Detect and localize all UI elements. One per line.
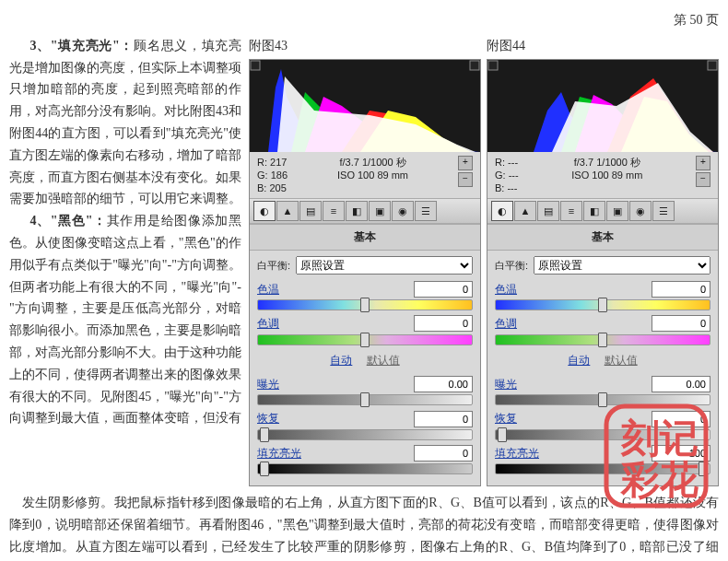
tab-calib-icon[interactable]: ◉: [629, 201, 652, 221]
recovery-label-43: 恢复: [257, 409, 279, 427]
temp-value-44[interactable]: [652, 281, 710, 298]
basic-section-title-44: 基本: [487, 224, 718, 250]
fill-label-44: 填充亮光: [495, 444, 539, 462]
acr-panel-44: R: --- G: --- B: --- f/3.7 1/1000 秒 ISO …: [487, 59, 719, 487]
exposure-label-43: 曝光: [257, 375, 279, 393]
tint-slider-44[interactable]: [495, 334, 710, 345]
fill-value-44[interactable]: [652, 445, 710, 462]
fill-slider-43[interactable]: [257, 463, 473, 474]
acr-panel-43: R: 217 G: 186 B: 205 f/3.7 1/1000 秒 ISO …: [249, 59, 481, 487]
wb-label-44: 白平衡:: [495, 257, 528, 275]
fill-slider-44[interactable]: [495, 463, 710, 474]
histogram-44: [487, 60, 718, 152]
wb-label-43: 白平衡:: [257, 257, 290, 275]
svg-marker-13: [552, 83, 713, 152]
tab-detail-icon[interactable]: ▤: [537, 201, 559, 221]
exposure-slider-44[interactable]: [495, 394, 710, 405]
acr-tab-bar-44: ◐ ▲ ▤ ≡ ◧ ▣ ◉ ☰: [487, 198, 718, 224]
recovery-label-44: 恢复: [495, 409, 517, 427]
tab-preset-icon[interactable]: ☰: [415, 201, 437, 221]
tint-value-43[interactable]: [414, 315, 473, 332]
histogram-43: [250, 60, 480, 152]
bottom-paragraph: 发生阴影修剪。我把鼠标指针移到图像最暗的右上角，从直方图下面的R、G、B值可以看…: [9, 492, 719, 561]
temp-value-43[interactable]: [414, 281, 473, 298]
recovery-value-44[interactable]: [652, 411, 710, 427]
svg-rect-6: [251, 61, 260, 70]
svg-rect-7: [470, 61, 479, 70]
item-number-4: 4、: [29, 214, 50, 228]
tab-calib-icon[interactable]: ◉: [392, 201, 414, 221]
tab-hsl-icon[interactable]: ≡: [560, 201, 582, 221]
wb-dropdown-44[interactable]: 原照设置: [534, 256, 710, 275]
figure43-label: 附图43: [249, 35, 481, 57]
tint-label-44: 色调: [495, 314, 517, 333]
recovery-value-43[interactable]: [414, 411, 473, 427]
histogram-meta-44: R: --- G: --- B: --- f/3.7 1/1000 秒 ISO …: [487, 152, 718, 199]
exposure-value-44[interactable]: [652, 376, 710, 392]
item-title-fill-light: "填充亮光"：: [51, 39, 134, 53]
rgb-r-43: R: 217: [257, 156, 288, 169]
item-title-black: "黑色"：: [51, 214, 107, 228]
exposure-slider-43[interactable]: [257, 394, 473, 405]
rgb-r-44: R: ---: [495, 156, 519, 169]
temp-label-44: 色温: [495, 280, 517, 298]
exif-line2-43: ISO 100 89 mm: [288, 169, 458, 181]
temp-label-43: 色温: [257, 280, 279, 298]
auto-link-44[interactable]: 自动: [568, 354, 590, 367]
acr-tab-bar-43: ◐ ▲ ▤ ≡ ◧ ▣ ◉ ☰: [250, 198, 480, 224]
temp-slider-43[interactable]: [257, 299, 473, 310]
recovery-slider-43[interactable]: [257, 429, 473, 440]
default-link-43[interactable]: 默认值: [367, 354, 400, 367]
wb-dropdown-43[interactable]: 原照设置: [296, 256, 473, 275]
rgb-g-43: G: 186: [257, 169, 288, 181]
page-number: 第 50 页: [9, 9, 719, 31]
exif-line1-44: f/3.7 1/1000 秒: [519, 156, 696, 169]
exif-line2-44: ISO 100 89 mm: [519, 169, 696, 181]
para1-body: 顾名思义，填充亮光是增加图像的亮度，但实际上本调整项只增加暗部的亮度，起到照亮暗…: [9, 39, 241, 206]
left-column-text: 3、"填充亮光"：顾名思义，填充亮光是增加图像的亮度，但实际上本调整项只增加暗部…: [9, 35, 241, 486]
rgb-b-43: B: 205: [257, 181, 288, 194]
tab-basic-icon[interactable]: ◐: [491, 201, 513, 221]
tab-split-icon[interactable]: ◧: [583, 201, 605, 221]
tab-detail-icon[interactable]: ▤: [299, 201, 322, 221]
zoom-minus-43[interactable]: −: [458, 172, 473, 187]
fill-label-43: 填充亮光: [257, 444, 301, 462]
svg-rect-14: [488, 61, 498, 70]
svg-rect-15: [708, 61, 717, 70]
figure44-label: 附图44: [487, 35, 719, 57]
zoom-plus-44[interactable]: +: [696, 156, 710, 170]
tab-lens-icon[interactable]: ▣: [369, 201, 391, 221]
rgb-g-44: G: ---: [495, 169, 519, 181]
rgb-b-44: B: ---: [495, 181, 519, 194]
para2-body: 其作用是给图像添加黑色。从使图像变暗这点上看，"黑色"的作用似乎有点类似于"曝光…: [9, 214, 241, 425]
tab-curve-icon[interactable]: ▲: [276, 201, 299, 221]
tint-slider-43[interactable]: [257, 334, 473, 345]
auto-link-43[interactable]: 自动: [330, 354, 352, 367]
exposure-value-43[interactable]: [414, 376, 473, 392]
recovery-slider-44[interactable]: [495, 429, 710, 440]
tab-basic-icon[interactable]: ◐: [253, 201, 276, 221]
tab-lens-icon[interactable]: ▣: [606, 201, 628, 221]
item-number-3: 3、: [29, 39, 50, 53]
histogram-meta-43: R: 217 G: 186 B: 205 f/3.7 1/1000 秒 ISO …: [250, 152, 480, 199]
tab-split-icon[interactable]: ◧: [346, 201, 368, 221]
para3-body: 发生阴影修剪。我把鼠标指针移到图像最暗的右上角，从直方图下面的R、G、B值可以看…: [9, 492, 719, 561]
exposure-label-44: 曝光: [495, 375, 517, 393]
tab-curve-icon[interactable]: ▲: [514, 201, 536, 221]
tint-label-43: 色调: [257, 314, 279, 333]
tint-value-44[interactable]: [652, 315, 710, 332]
tab-preset-icon[interactable]: ☰: [652, 201, 675, 221]
zoom-minus-44[interactable]: −: [696, 172, 710, 187]
tab-hsl-icon[interactable]: ≡: [323, 201, 345, 221]
default-link-44[interactable]: 默认值: [605, 354, 638, 367]
exif-line1-43: f/3.7 1/1000 秒: [288, 156, 458, 169]
basic-section-title-43: 基本: [250, 224, 480, 250]
fill-value-43[interactable]: [414, 445, 473, 462]
temp-slider-44[interactable]: [495, 299, 710, 310]
zoom-plus-43[interactable]: +: [458, 156, 473, 170]
